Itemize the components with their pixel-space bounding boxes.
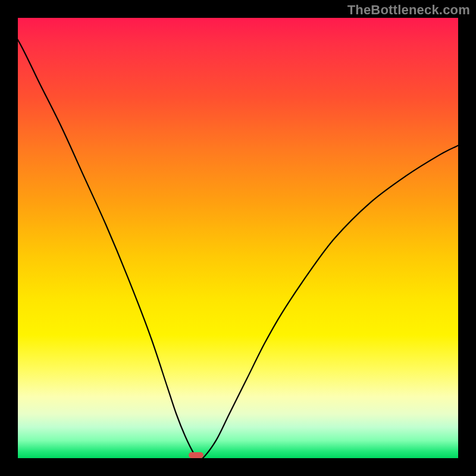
plot-area	[18, 18, 458, 458]
curve-path	[18, 18, 458, 458]
bottleneck-marker	[189, 452, 203, 458]
watermark-text: TheBottleneck.com	[347, 2, 470, 18]
bottleneck-curve	[18, 18, 458, 458]
chart-frame: TheBottleneck.com	[0, 0, 476, 476]
